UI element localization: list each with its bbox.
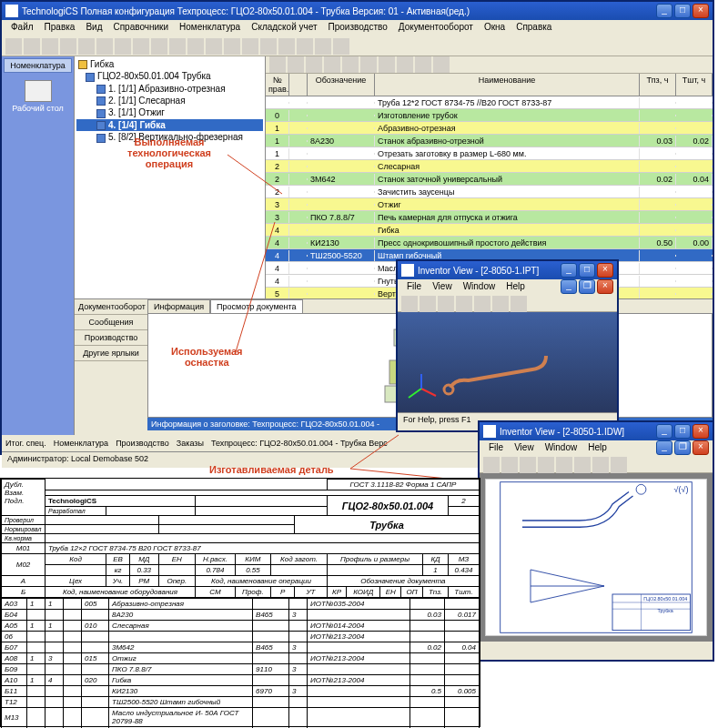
menu-stock[interactable]: Складской учет (246, 20, 322, 36)
ws-tab[interactable]: Техпроцесс: ГЦО2-80х50.01.004 - Трубка В… (211, 439, 388, 448)
menu-view[interactable]: Вид (80, 20, 107, 36)
toolbar-button[interactable] (60, 38, 76, 55)
menu-prod[interactable]: Производство (323, 20, 393, 36)
tree-part[interactable]: ГЦО2-80х50.01.004 Трубка (76, 70, 263, 82)
menu-file[interactable]: Файл (5, 20, 39, 36)
table-row[interactable]: 2Слесарная (266, 160, 713, 173)
toolbar-button[interactable] (269, 56, 286, 73)
idw-titlebar[interactable]: Inventor View - [2-8050-1.IDW] _□× (480, 422, 713, 440)
idw-menubar[interactable]: FileViewWindowHelp _❐× (480, 440, 713, 457)
maximize-button[interactable]: □ (579, 263, 595, 278)
toolbar-button[interactable] (24, 38, 40, 55)
close-button[interactable]: × (693, 424, 709, 439)
toolbar-button[interactable] (288, 56, 304, 73)
toolbar-button[interactable] (342, 56, 359, 73)
main-titlebar[interactable]: TechnologiCS Полная конфигурация Техпроц… (2, 2, 713, 20)
preview-tab-info[interactable]: Информация (147, 299, 210, 313)
maximize-button[interactable]: □ (674, 424, 691, 439)
toolbar-button[interactable] (206, 38, 222, 55)
table-row[interactable]: 18А230Станок абразивно-отрезной0.030.02 (266, 135, 713, 147)
toolbar-button[interactable] (42, 38, 58, 55)
toolbar-button[interactable] (187, 38, 204, 55)
tree-op-selected[interactable]: 4. [1/4] Гибка (76, 119, 263, 131)
toolbar-button[interactable] (333, 38, 349, 55)
menu-docflow[interactable]: Документооборот (393, 20, 479, 36)
mdi-restore[interactable]: ❐ (674, 440, 691, 455)
table-row[interactable]: 3ПКО 7.8.8/7Печь камерная для отпуска и … (266, 211, 713, 224)
ipt-3d-viewport[interactable] (398, 312, 617, 412)
ws-tab[interactable]: Заказы (177, 439, 204, 448)
table-row[interactable]: 4КИ2130Пресс однокривошипный простого де… (266, 237, 713, 249)
table-row[interactable]: 0Изготовление трубок (266, 109, 713, 122)
table-row[interactable]: 4Гибка (266, 224, 713, 237)
toolbar-button[interactable] (278, 38, 295, 55)
main-menubar[interactable]: Файл Правка Вид Справочники Номенклатура… (2, 20, 713, 36)
toolbar-button[interactable] (474, 296, 490, 312)
minimize-button[interactable]: _ (656, 4, 672, 18)
mdi-close[interactable]: × (693, 440, 709, 455)
ipt-menubar[interactable]: FileViewWindowHelp _❐× (398, 279, 617, 296)
table-row[interactable]: Труба 12*2 ГОСТ 8734-75 //В20 ГОСТ 8733-… (266, 96, 713, 109)
inventor-ipt-window[interactable]: Inventor View - [2-8050-1.IPT] _□× FileV… (396, 259, 619, 432)
inventor-idw-window[interactable]: Inventor View - [2-8050-1.IDW] _□× FileV… (478, 420, 714, 662)
toolbar-button[interactable] (501, 457, 518, 473)
close-button[interactable]: × (693, 4, 709, 18)
toolbar-button[interactable] (169, 38, 186, 55)
toolbar-button[interactable] (133, 38, 149, 55)
menu-nomen[interactable]: Номенклатура (174, 20, 246, 36)
ws-tab[interactable]: Производство (116, 439, 169, 448)
toolbar-button[interactable] (520, 457, 536, 473)
close-button[interactable]: × (597, 263, 613, 278)
ipt-titlebar[interactable]: Inventor View - [2-8050-1.IPT] _□× (398, 261, 617, 279)
doc-tab[interactable]: Производство (75, 330, 147, 346)
table-row[interactable]: 2Зачистить заусенцы (266, 186, 713, 198)
tree-op[interactable]: 1. [1/1] Абразивно-отрезная (76, 83, 263, 95)
toolbar-button[interactable] (433, 56, 450, 73)
toolbar-button[interactable] (151, 38, 167, 55)
nav-item-desktop[interactable]: Рабочий стол (4, 75, 72, 118)
toolbar-button[interactable] (297, 38, 313, 55)
tree-op[interactable]: 3. [1/1] Отжиг (76, 106, 263, 118)
doc-tab[interactable]: Другие ярлыки (75, 346, 147, 361)
toolbar-button[interactable] (242, 38, 258, 55)
mdi-close[interactable]: × (597, 279, 613, 294)
table-row[interactable]: 3Отжиг (266, 198, 713, 211)
ws-tab[interactable]: Номенклатура (54, 439, 108, 448)
toolbar-button[interactable] (511, 296, 527, 312)
toolbar-button[interactable] (5, 38, 22, 55)
toolbar-button[interactable] (456, 296, 472, 312)
toolbar-button[interactable] (315, 38, 331, 55)
toolbar-button[interactable] (492, 296, 509, 312)
toolbar-button[interactable] (538, 457, 554, 473)
toolbar-button[interactable] (224, 38, 240, 55)
ws-tab[interactable]: Итог. спец. (5, 439, 46, 448)
toolbar-button[interactable] (592, 457, 609, 473)
minimize-button[interactable]: _ (656, 424, 672, 439)
menu-edit[interactable]: Правка (39, 20, 81, 36)
tree-root[interactable]: Гибка (76, 58, 263, 70)
nav-tab-nomen[interactable]: Номенклатура (4, 58, 72, 73)
toolbar-button[interactable] (420, 296, 436, 312)
toolbar-button[interactable] (574, 457, 591, 473)
toolbar-button[interactable] (96, 38, 113, 55)
mdi-minimize[interactable]: _ (561, 279, 577, 294)
toolbar-button[interactable] (360, 56, 377, 73)
toolbar-button[interactable] (260, 38, 277, 55)
tree-op[interactable]: 2. [1/1] Слесарная (76, 95, 263, 106)
maximize-button[interactable]: □ (674, 4, 691, 18)
mdi-restore[interactable]: ❐ (579, 279, 595, 294)
toolbar-button[interactable] (379, 56, 395, 73)
doc-tab[interactable]: Сообщения (75, 315, 147, 330)
table-row[interactable]: 23М642Станок заточной универсальный0.020… (266, 173, 713, 186)
toolbar-button[interactable] (415, 56, 431, 73)
minimize-button[interactable]: _ (561, 263, 577, 278)
mdi-minimize[interactable]: _ (656, 440, 672, 455)
toolbar-button[interactable] (324, 56, 340, 73)
table-row[interactable]: 1Отрезать заготовку в размер L-680 мм. (266, 147, 713, 160)
toolbar-button[interactable] (306, 56, 322, 73)
toolbar-button[interactable] (611, 457, 627, 473)
toolbar-button[interactable] (397, 56, 413, 73)
toolbar-button[interactable] (401, 296, 418, 312)
menu-windows[interactable]: Окна (479, 20, 511, 36)
toolbar-button[interactable] (115, 38, 131, 55)
